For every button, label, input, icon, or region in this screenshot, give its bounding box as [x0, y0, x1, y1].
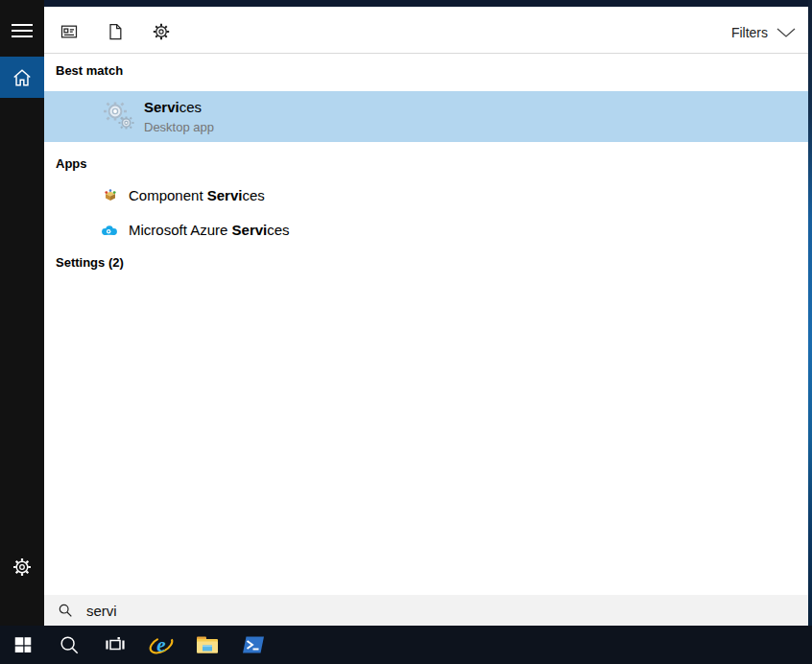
desktop-edge-top	[44, 0, 808, 7]
apps-header: Apps	[56, 156, 87, 171]
windows-search-screen: Filters Best match Services Desktop app …	[0, 0, 812, 664]
task-view-icon	[104, 633, 127, 656]
hamburger-menu-icon	[12, 24, 33, 26]
filters-dropdown[interactable]: Filters	[731, 23, 797, 42]
powershell-button[interactable]	[230, 626, 276, 664]
result-title: Microsoft Azure Services	[129, 222, 290, 238]
result-title: Services	[144, 99, 202, 115]
settings-header: Settings (2)	[56, 255, 124, 270]
windows-start-icon	[12, 634, 34, 655]
internet-explorer-icon: e	[148, 631, 175, 658]
file-explorer-icon	[195, 632, 220, 657]
start-sidebar	[0, 0, 44, 626]
svg-text:e: e	[156, 633, 165, 656]
apps-filter-icon[interactable]	[60, 22, 79, 41]
best-match-header: Best match	[56, 63, 123, 78]
home-tab-button[interactable]	[0, 57, 44, 98]
result-row-azure-services[interactable]: Microsoft Azure Services	[44, 213, 808, 248]
result-title: Component Services	[129, 187, 265, 203]
result-row-component-services[interactable]: Component Services	[44, 178, 808, 213]
internet-explorer-button[interactable]: e	[138, 626, 184, 664]
taskbar: e	[0, 626, 812, 664]
search-icon	[58, 603, 73, 618]
search-icon	[59, 634, 80, 655]
sidebar-settings-button[interactable]	[11, 556, 34, 579]
result-row-services[interactable]: Services Desktop app	[44, 91, 808, 142]
documents-filter-icon[interactable]	[106, 22, 125, 41]
file-explorer-button[interactable]	[184, 626, 230, 664]
desktop-edge-right	[808, 0, 812, 626]
gear-icon	[12, 557, 33, 578]
start-button[interactable]	[0, 626, 46, 664]
chevron-down-icon	[776, 27, 797, 38]
topbar-separator	[44, 53, 808, 54]
result-subtitle: Desktop app	[144, 120, 214, 134]
search-bar	[44, 595, 808, 626]
task-view-button[interactable]	[92, 626, 138, 664]
settings-filter-icon[interactable]	[152, 22, 171, 41]
powershell-icon	[241, 632, 266, 657]
taskbar-search-button[interactable]	[46, 626, 92, 664]
filters-label: Filters	[731, 25, 768, 40]
search-input[interactable]	[86, 601, 797, 620]
home-icon	[12, 67, 33, 88]
hamburger-menu-button[interactable]	[8, 18, 36, 43]
azure-services-icon	[101, 223, 118, 240]
services-gears-icon	[100, 98, 136, 134]
component-services-icon	[103, 188, 118, 203]
